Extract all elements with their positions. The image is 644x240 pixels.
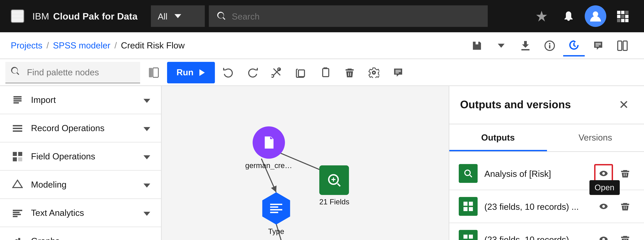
breadcrumb-spss[interactable]: SPSS modeler <box>53 40 110 50</box>
canvas-arrows <box>162 86 449 240</box>
svg-rect-46 <box>270 206 278 208</box>
comment-add-button[interactable] <box>388 62 409 83</box>
text-analytics-label: Text Analytics <box>31 208 137 218</box>
save-options-button[interactable] <box>466 35 488 56</box>
record-ops-label: Record Operations <box>31 123 137 133</box>
svg-rect-21 <box>298 70 305 76</box>
svg-rect-23 <box>13 152 17 156</box>
svg-point-3 <box>593 11 598 17</box>
svg-rect-5 <box>621 11 624 14</box>
modeling-label: Modeling <box>31 179 137 190</box>
modeling-icon <box>11 178 24 191</box>
fields-records-2-view-button[interactable] <box>594 230 613 240</box>
svg-rect-47 <box>270 209 282 210</box>
panel-title: Outputs and versions <box>460 99 571 111</box>
fields-records-1-delete-button[interactable] <box>616 197 634 216</box>
search-scope-dropdown[interactable]: All <box>151 5 205 27</box>
import-label: Import <box>31 95 137 105</box>
fields-records-2-delete-button[interactable] <box>616 230 634 240</box>
node-type[interactable]: Type <box>260 192 292 235</box>
import-chevron <box>144 95 150 105</box>
save-dropdown-button[interactable] <box>490 35 512 56</box>
svg-rect-11 <box>621 19 624 22</box>
palette-item-graphs[interactable]: Graphs <box>0 227 161 240</box>
graphs-label: Graphs <box>31 236 137 240</box>
svg-rect-16 <box>618 41 622 50</box>
svg-rect-2 <box>12 19 23 20</box>
flow-canvas[interactable]: german_credit... Type 21 Fields <box>162 86 449 240</box>
fields-records-1-actions <box>594 197 634 216</box>
search-input[interactable] <box>232 11 480 21</box>
svg-rect-9 <box>625 15 628 18</box>
tab-versions[interactable]: Versions <box>547 124 644 151</box>
toolbar: Run <box>0 59 644 86</box>
comment-button[interactable] <box>588 35 609 56</box>
field-ops-label: Field Operations <box>31 151 137 161</box>
delete-button[interactable] <box>339 62 360 83</box>
run-label: Run <box>176 67 194 77</box>
sep2: / <box>114 40 117 50</box>
node-german-credit[interactable]: german_credit... <box>245 126 292 169</box>
breadcrumb-current: Credit Risk Flow <box>121 40 185 50</box>
brand-pre: IBM <box>32 11 49 21</box>
fields-records-1-view-button[interactable] <box>594 197 613 216</box>
fields-records-1-label: (23 fields, 10 records) ... <box>484 201 588 211</box>
apps-icon[interactable] <box>612 5 633 27</box>
download-button[interactable] <box>515 35 536 56</box>
palette-search-wrap <box>6 62 140 83</box>
cut-button[interactable] <box>266 62 288 83</box>
hamburger-menu[interactable] <box>11 9 24 23</box>
panel-close-button[interactable]: ✕ <box>614 96 633 114</box>
analysis-risk-label: Analysis of [Risk] <box>484 168 588 178</box>
palette-item-text-analytics[interactable]: Text Analytics <box>0 199 161 227</box>
breadcrumb-projects[interactable]: Projects <box>11 40 42 50</box>
run-button[interactable]: Run <box>167 62 215 83</box>
palette-sidebar: Import Record Operations Field Operation… <box>0 86 162 240</box>
history-button[interactable] <box>563 35 585 56</box>
user-avatar[interactable] <box>585 5 606 27</box>
graphs-icon <box>11 234 24 240</box>
redo-button[interactable] <box>242 62 264 83</box>
customize-icon[interactable] <box>531 5 552 27</box>
undo-button[interactable] <box>218 62 239 83</box>
output-item-fields-records-2: (23 fields, 10 records) <box>449 223 644 240</box>
node-label-type: Type <box>268 227 284 235</box>
tab-outputs[interactable]: Outputs <box>449 124 547 151</box>
settings-button[interactable] <box>363 62 385 83</box>
palette-item-import[interactable]: Import <box>0 86 161 114</box>
palette-item-record-ops[interactable]: Record Operations <box>0 114 161 142</box>
node-label-german-credit: german_credit... <box>245 161 292 169</box>
right-panel: Outputs and versions ✕ Outputs Versions … <box>449 86 644 240</box>
palette-item-modeling[interactable]: Modeling <box>0 171 161 199</box>
svg-rect-15 <box>549 43 550 44</box>
split-view-button[interactable] <box>612 35 633 56</box>
fields-records-2-icon <box>459 230 478 240</box>
node-21fields[interactable]: 21 Fields <box>319 165 350 206</box>
node-circle-german-credit <box>252 126 285 159</box>
info-button[interactable] <box>539 35 560 56</box>
fields-records-2-label: (23 fields, 10 records) <box>484 234 588 240</box>
svg-rect-52 <box>469 202 473 206</box>
svg-rect-6 <box>625 11 628 14</box>
field-ops-icon <box>11 150 24 163</box>
paste-button[interactable] <box>315 62 336 83</box>
notification-icon[interactable] <box>558 5 579 27</box>
topbar-actions <box>531 5 633 27</box>
svg-rect-12 <box>625 19 628 22</box>
node-label-21fields: 21 Fields <box>319 198 350 206</box>
svg-rect-18 <box>149 68 152 77</box>
open-tooltip: Open <box>589 180 620 195</box>
svg-rect-45 <box>270 204 282 205</box>
fields-records-1-icon <box>459 197 478 216</box>
svg-point-50 <box>465 170 470 175</box>
output-item-analysis-risk: Analysis of [Risk] Open <box>449 157 644 190</box>
collapse-palette-button[interactable] <box>143 62 164 83</box>
panel-content: Analysis of [Risk] Open (23 fields, 10 r… <box>449 152 644 240</box>
palette-item-field-ops[interactable]: Field Operations <box>0 142 161 171</box>
topbar: IBM Cloud Pak for Data All <box>0 0 644 32</box>
palette-search-input[interactable] <box>6 62 140 83</box>
record-ops-icon <box>11 121 24 135</box>
svg-rect-7 <box>617 15 620 18</box>
copy-button[interactable] <box>290 62 312 83</box>
output-item-fields-records-1: (23 fields, 10 records) ... <box>449 190 644 223</box>
